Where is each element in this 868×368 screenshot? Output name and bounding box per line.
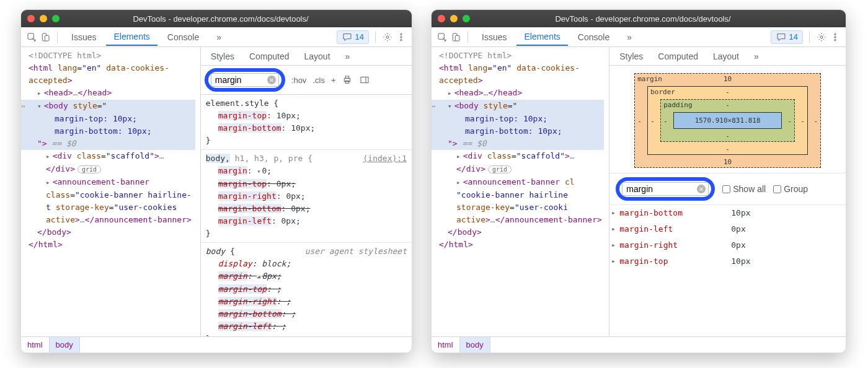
devtools-window-computed: DevTools - developer.chrome.com/docs/dev… — [431, 9, 846, 353]
breadcrumb: html body — [432, 336, 846, 353]
close-icon[interactable] — [438, 15, 445, 22]
style-line-2: margin-bottom: 10px; — [29, 125, 195, 138]
tab-elements[interactable]: Elements — [106, 28, 157, 46]
node-head[interactable]: <head>…</head> — [439, 87, 604, 100]
print-icon[interactable] — [342, 74, 353, 85]
node-div[interactable]: <div class="scaffold">…</div>grid — [439, 150, 604, 176]
tab-console[interactable]: Console — [160, 29, 206, 45]
svg-point-3 — [386, 36, 389, 38]
content-size: 1570.910×831.818 — [673, 112, 782, 129]
titlebar: DevTools - developer.chrome.com/docs/dev… — [432, 10, 846, 27]
group-checkbox[interactable]: Group — [773, 184, 808, 194]
node-body[interactable]: <body style=" — [439, 100, 604, 113]
rule-element-style[interactable]: element.style { margin-top: 10px; margin… — [201, 95, 412, 150]
subtab-layout[interactable]: Layout — [298, 49, 337, 64]
node-html-end: </html> — [439, 239, 604, 251]
svg-rect-8 — [346, 76, 349, 78]
node-html[interactable]: <html lang="en" data-cookies-accepted> — [29, 62, 195, 87]
kebab-icon[interactable] — [830, 32, 841, 43]
doctype: <!DOCTYPE html> — [29, 50, 195, 62]
bc-html[interactable]: html — [21, 337, 50, 353]
device-icon[interactable] — [40, 32, 51, 43]
computed-filter-input[interactable] — [622, 182, 709, 196]
bc-body[interactable]: body — [460, 337, 490, 353]
svg-point-6 — [401, 39, 402, 40]
computed-row[interactable]: margin-left0px — [609, 221, 846, 237]
close-icon[interactable] — [27, 15, 35, 22]
subtab-layout[interactable]: Layout — [707, 49, 745, 64]
node-html-end: </html> — [29, 239, 195, 251]
panel-icon[interactable] — [359, 74, 370, 85]
styles-pane: Styles Computed Layout » ✕ :hov .cls + — [201, 47, 412, 336]
hov-toggle[interactable]: :hov — [291, 76, 307, 85]
body-attr-close: "> == $0 — [29, 138, 195, 150]
clear-icon[interactable]: ✕ — [267, 76, 276, 84]
kebab-icon[interactable] — [396, 32, 407, 43]
device-icon[interactable] — [450, 32, 461, 43]
computed-row[interactable]: margin-bottom10px — [609, 205, 846, 221]
subtab-more[interactable]: » — [748, 49, 765, 64]
computed-row[interactable]: margin-top10px — [609, 253, 846, 269]
svg-point-17 — [835, 39, 836, 40]
node-body[interactable]: <body style=" — [29, 100, 195, 113]
messages-badge[interactable]: 14 — [771, 30, 803, 44]
svg-rect-13 — [455, 35, 459, 41]
computed-pane: Styles Computed Layout » margin 10 10 - … — [609, 47, 846, 336]
margin-bottom: 10 — [635, 158, 820, 166]
doctype: <!DOCTYPE html> — [439, 50, 604, 62]
node-announcement[interactable]: <announcement-banner class="cookie-banne… — [29, 176, 195, 226]
tab-more[interactable]: » — [209, 29, 229, 45]
svg-point-16 — [835, 36, 836, 37]
grid-badge[interactable]: grid — [488, 165, 512, 173]
node-div[interactable]: <div class="scaffold">…</div>grid — [29, 150, 195, 176]
clear-icon[interactable]: ✕ — [697, 185, 706, 193]
tab-console[interactable]: Console — [570, 29, 617, 45]
tab-issues[interactable]: Issues — [64, 29, 104, 45]
bc-html[interactable]: html — [432, 337, 460, 353]
bc-body[interactable]: body — [50, 337, 80, 353]
computed-row[interactable]: margin-right0px — [609, 237, 846, 253]
computed-list: margin-bottom10px margin-left0px margin-… — [609, 205, 846, 336]
svg-rect-9 — [346, 81, 349, 83]
body-attr-close: "> == $0 — [439, 138, 604, 150]
subtab-styles[interactable]: Styles — [613, 49, 649, 64]
inspect-icon[interactable] — [26, 32, 37, 43]
filter-highlight: ✕ — [205, 68, 285, 92]
subtab-computed[interactable]: Computed — [652, 49, 704, 64]
gear-icon[interactable] — [816, 32, 827, 43]
subtab-computed[interactable]: Computed — [243, 49, 296, 64]
tab-issues[interactable]: Issues — [474, 29, 514, 45]
box-model: margin 10 10 - - border - - - - paddin — [609, 66, 846, 173]
rule-body-ua[interactable]: user agent stylesheet body { display: bl… — [201, 243, 412, 336]
messages-badge[interactable]: 14 — [337, 30, 369, 44]
message-icon — [342, 32, 353, 43]
svg-point-5 — [401, 36, 402, 37]
svg-point-14 — [820, 36, 823, 38]
overflow-icon[interactable]: ⋯ — [432, 100, 436, 112]
inspect-icon[interactable] — [436, 32, 448, 43]
subtab-styles[interactable]: Styles — [205, 49, 241, 64]
rule-body-h1[interactable]: (index):1 body, h1, h3, p, pre { margin:… — [201, 150, 412, 243]
node-html[interactable]: <html lang="en" data-cookies-accepted> — [439, 62, 604, 87]
main-toolbar: Issues Elements Console » 14 — [21, 27, 412, 47]
grid-badge[interactable]: grid — [78, 165, 101, 173]
tab-more[interactable]: » — [619, 29, 639, 45]
node-head[interactable]: <head>…</head> — [29, 87, 195, 100]
style-line-1: margin-top: 10px; — [439, 113, 604, 125]
style-line-1: margin-top: 10px; — [29, 113, 195, 125]
source-link[interactable]: (index):1 — [363, 152, 407, 165]
gear-icon[interactable] — [382, 32, 393, 43]
window-title: DevTools - developer.chrome.com/docs/dev… — [36, 14, 405, 24]
tab-elements[interactable]: Elements — [516, 28, 567, 46]
titlebar: DevTools - developer.chrome.com/docs/dev… — [21, 10, 412, 27]
style-line-2: margin-bottom: 10px; — [439, 125, 604, 138]
cls-toggle[interactable]: .cls — [312, 76, 325, 85]
node-announcement[interactable]: <announcement-banner cl "cookie-banner h… — [439, 176, 604, 226]
svg-point-4 — [401, 33, 402, 35]
node-body-end: </body> — [29, 226, 195, 239]
overflow-icon[interactable]: ⋯ — [21, 100, 25, 112]
show-all-checkbox[interactable]: Show all — [722, 184, 766, 194]
subtab-more[interactable]: » — [339, 49, 356, 64]
node-body-end: </body> — [439, 226, 604, 239]
new-rule[interactable]: + — [331, 76, 336, 85]
